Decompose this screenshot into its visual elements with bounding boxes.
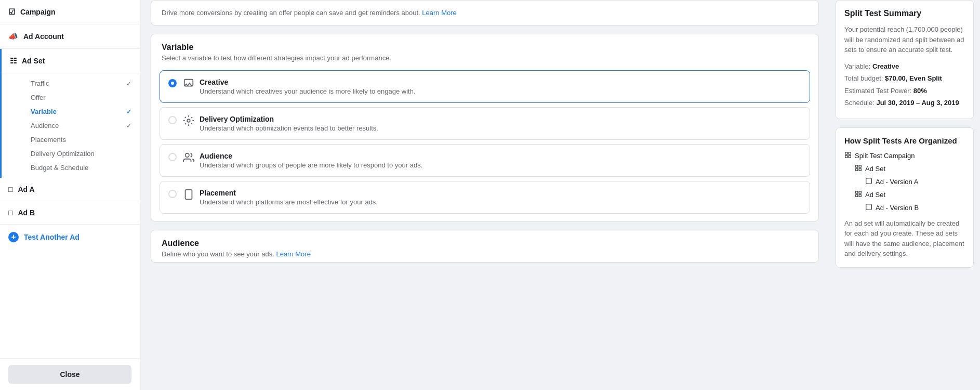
delivery-optimization-content: Delivery Optimization Understand which o… xyxy=(200,115,801,132)
sidebar-item-ad-account[interactable]: 📣 Ad Account xyxy=(0,24,140,49)
svg-rect-16 xyxy=(859,194,861,197)
sidebar: ☑ Campaign 📣 Ad Account ☷ Ad Set Traffic… xyxy=(0,0,140,390)
delivery-optimization-icon xyxy=(183,115,194,129)
option-creative[interactable]: Creative Understand which creatives your… xyxy=(160,70,810,103)
creative-content: Creative Understand which creatives your… xyxy=(200,78,801,95)
org-title: How Split Tests Are Organized xyxy=(844,136,965,145)
sidebar-item-campaign[interactable]: ☑ Campaign xyxy=(0,0,140,24)
plus-icon: + xyxy=(8,232,19,242)
org-adset-b-icon xyxy=(855,190,862,199)
variable-title: Variable xyxy=(162,43,808,52)
audience-description: Define who you want to see your ads. Lea… xyxy=(162,250,808,258)
svg-rect-5 xyxy=(845,152,847,154)
traffic-check-icon: ✓ xyxy=(126,80,131,87)
audience-radio[interactable] xyxy=(168,153,177,161)
summary-schedule: Schedule: Jul 30, 2019 – Aug 3, 2019 xyxy=(844,98,965,108)
org-ad-version-b-icon xyxy=(865,203,872,212)
summary-title: Split Test Summary xyxy=(844,9,965,18)
creative-radio[interactable] xyxy=(168,79,177,87)
variable-description: Select a variable to test how different … xyxy=(162,54,808,62)
ad-account-icon: 📣 xyxy=(8,32,18,41)
variable-section: Variable Select a variable to test how d… xyxy=(151,34,819,222)
main-content: Drive more conversions by creating an of… xyxy=(140,0,829,390)
svg-point-1 xyxy=(187,119,190,122)
option-placement[interactable]: Placement Understand which platforms are… xyxy=(160,181,810,214)
audience-check-icon: ✓ xyxy=(126,122,131,129)
org-ad-version-a-icon xyxy=(865,177,872,186)
option-delivery-optimization[interactable]: Delivery Optimization Understand which o… xyxy=(160,107,810,140)
ad-set-icon: ☷ xyxy=(10,56,17,66)
org-section: How Split Tests Are Organized Split Test… xyxy=(836,127,974,268)
org-item-ad-version-b: Ad - Version B xyxy=(844,203,965,212)
summary-variable: Variable: Creative xyxy=(844,61,965,72)
svg-rect-14 xyxy=(856,191,858,193)
offer-learn-more-link[interactable]: Learn More xyxy=(422,9,456,17)
sub-nav: Traffic ✓ Offer Variable ✓ Audience ✓ Pl… xyxy=(2,73,140,178)
sub-nav-item-audience[interactable]: Audience ✓ xyxy=(20,119,140,133)
org-tree: Split Test Campaign Ad Set Ad - Version … xyxy=(844,151,965,212)
option-audience[interactable]: Audience Understand which groups of peop… xyxy=(160,144,810,177)
ad-set-section: ☷ Ad Set Traffic ✓ Offer Variable ✓ Audi… xyxy=(0,49,140,178)
summary-reach-text: Your potential reach (1,700,000 people) … xyxy=(844,24,965,55)
variable-header: Variable Select a variable to test how d… xyxy=(151,34,818,66)
audience-header: Audience Define who you want to see your… xyxy=(151,230,818,262)
svg-rect-15 xyxy=(859,191,861,193)
sub-nav-item-placements[interactable]: Placements xyxy=(20,133,140,147)
svg-rect-3 xyxy=(186,190,192,199)
audience-section: Audience Define who you want to see your… xyxy=(151,230,819,263)
svg-rect-13 xyxy=(866,178,872,184)
audience-content: Audience Understand which groups of peop… xyxy=(200,152,801,169)
org-item-adset-b: Ad Set xyxy=(844,190,965,199)
svg-rect-10 xyxy=(859,165,861,167)
sub-nav-item-offer[interactable]: Offer xyxy=(20,90,140,105)
org-note: An ad set will automatically be created … xyxy=(844,218,965,259)
summary-power: Estimated Test Power: 80% xyxy=(844,86,965,96)
offer-description: Drive more conversions by creating an of… xyxy=(162,9,808,17)
summary-budget: Total budget: $70.00, Even Split xyxy=(844,73,965,84)
svg-rect-11 xyxy=(859,168,861,171)
variable-check-icon: ✓ xyxy=(126,108,131,115)
campaign-icon: ☑ xyxy=(8,7,15,17)
org-item-campaign: Split Test Campaign xyxy=(844,151,965,160)
svg-point-2 xyxy=(186,153,189,157)
creative-icon xyxy=(183,78,194,92)
sidebar-item-test-another-ad[interactable]: + Test Another Ad xyxy=(0,225,140,250)
audience-title: Audience xyxy=(162,239,808,248)
org-item-ad-version-a: Ad - Version A xyxy=(844,177,965,186)
svg-rect-18 xyxy=(866,204,872,210)
ad-b-icon: □ xyxy=(8,209,12,217)
audience-icon xyxy=(183,152,194,166)
placement-icon xyxy=(183,189,194,203)
right-panel: Split Test Summary Your potential reach … xyxy=(829,0,980,390)
svg-rect-8 xyxy=(845,155,847,158)
audience-learn-more-link[interactable]: Learn More xyxy=(276,250,310,258)
delivery-optimization-radio[interactable] xyxy=(168,116,177,124)
offer-section: Drive more conversions by creating an of… xyxy=(151,0,819,25)
ad-a-icon: □ xyxy=(8,185,12,193)
svg-rect-7 xyxy=(849,155,851,158)
sidebar-item-ad-a[interactable]: □ Ad A xyxy=(0,178,140,201)
org-campaign-icon xyxy=(844,151,852,160)
placement-content: Placement Understand which platforms are… xyxy=(200,189,801,206)
org-item-adset-a: Ad Set xyxy=(844,164,965,173)
placement-radio[interactable] xyxy=(168,190,177,198)
sub-nav-item-budget-schedule[interactable]: Budget & Schedule xyxy=(20,161,140,175)
sub-nav-item-traffic[interactable]: Traffic ✓ xyxy=(20,76,140,90)
sidebar-item-ad-set[interactable]: ☷ Ad Set xyxy=(2,49,140,73)
sub-nav-item-variable[interactable]: Variable ✓ xyxy=(20,105,140,119)
svg-rect-17 xyxy=(856,194,858,197)
sidebar-item-ad-b[interactable]: □ Ad B xyxy=(0,201,140,225)
svg-rect-6 xyxy=(849,152,851,154)
close-button[interactable]: Close xyxy=(8,365,131,384)
svg-rect-12 xyxy=(856,168,858,171)
sub-nav-item-delivery-optimization[interactable]: Delivery Optimization xyxy=(20,147,140,161)
split-test-summary: Split Test Summary Your potential reach … xyxy=(836,0,974,119)
org-adset-a-icon xyxy=(855,164,862,173)
svg-rect-9 xyxy=(856,165,858,167)
sidebar-bottom: Close xyxy=(0,358,140,390)
